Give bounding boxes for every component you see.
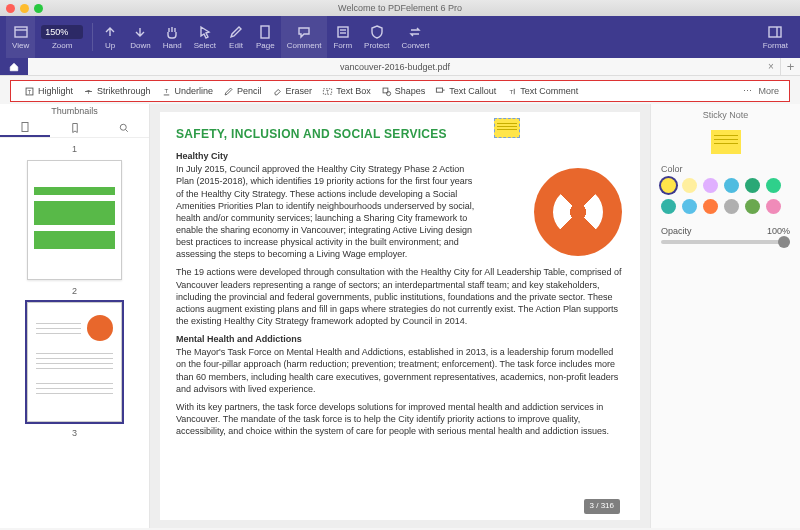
- form-icon: [335, 24, 351, 40]
- cursor-icon: [197, 24, 213, 40]
- panel-title: Sticky Note: [661, 110, 790, 120]
- color-swatch[interactable]: [745, 178, 760, 193]
- color-swatch[interactable]: [724, 178, 739, 193]
- underline-tool[interactable]: TUnderline: [158, 86, 217, 97]
- doc-heading: SAFETY, INCLUSION AND SOCIAL SERVICES: [176, 126, 624, 142]
- comment-icon: [296, 24, 312, 40]
- color-swatch[interactable]: [703, 199, 718, 214]
- convert-button[interactable]: Convert: [395, 16, 435, 58]
- minimize-window-button[interactable]: [20, 4, 29, 13]
- svg-rect-0: [15, 27, 27, 37]
- eraser-tool[interactable]: Eraser: [269, 86, 316, 97]
- form-button[interactable]: Form: [327, 16, 358, 58]
- textbox-tool[interactable]: TText Box: [319, 86, 374, 97]
- opacity-value: 100%: [767, 226, 790, 236]
- format-panel: Sticky Note Color Opacity 100%: [650, 104, 800, 528]
- highlight-tool[interactable]: THighlight: [21, 86, 76, 97]
- pdf-page: SAFETY, INCLUSION AND SOCIAL SERVICES He…: [160, 112, 640, 520]
- window-title: Welcome to PDFelement 6 Pro: [338, 3, 462, 13]
- page-thumbnail-1[interactable]: [27, 160, 122, 280]
- sticky-note-annotation[interactable]: [494, 118, 520, 138]
- svg-line-23: [126, 129, 128, 131]
- page-icon: [257, 24, 273, 40]
- comment-sub-toolbar: THighlight TStrikethrough TUnderline Pen…: [10, 80, 790, 102]
- sticky-note-icon: [711, 130, 741, 154]
- svg-rect-6: [769, 27, 781, 37]
- home-tab[interactable]: [0, 58, 28, 75]
- hand-icon: [164, 24, 180, 40]
- thumbnails-tab[interactable]: [0, 118, 50, 137]
- thumbnails-panel: Thumbnails 1 2 3: [0, 104, 150, 528]
- color-swatch[interactable]: [661, 178, 676, 193]
- shield-icon: [369, 24, 385, 40]
- color-swatch[interactable]: [766, 199, 781, 214]
- search-tab[interactable]: [99, 118, 149, 137]
- document-view[interactable]: SAFETY, INCLUSION AND SOCIAL SERVICES He…: [150, 104, 650, 528]
- select-button[interactable]: Select: [188, 16, 222, 58]
- opacity-slider[interactable]: [661, 240, 790, 244]
- page-thumbnail-2[interactable]: [27, 302, 122, 422]
- svg-rect-3: [338, 27, 348, 37]
- color-swatch[interactable]: [703, 178, 718, 193]
- svg-text:T: T: [28, 88, 32, 94]
- down-button[interactable]: Down: [124, 16, 156, 58]
- color-swatch[interactable]: [766, 178, 781, 193]
- bookmarks-tab[interactable]: [50, 118, 100, 137]
- hands-graphic-icon: [534, 168, 622, 256]
- zoom-select[interactable]: 150%: [41, 25, 83, 39]
- close-tab-button[interactable]: ×: [762, 58, 780, 75]
- ellipsis-icon: ⋯: [743, 86, 752, 96]
- file-tab[interactable]: vancouver-2016-budget.pdf: [28, 58, 762, 75]
- arrow-down-icon: [132, 24, 148, 40]
- color-swatch[interactable]: [745, 199, 760, 214]
- arrow-up-icon: [102, 24, 118, 40]
- svg-text:T: T: [510, 87, 514, 94]
- comment-button[interactable]: Comment: [281, 16, 328, 58]
- hand-button[interactable]: Hand: [157, 16, 188, 58]
- svg-text:T: T: [164, 86, 168, 93]
- svg-point-22: [120, 124, 126, 130]
- window-titlebar: Welcome to PDFelement 6 Pro: [0, 0, 800, 16]
- doc-paragraph: The Mayor's Task Force on Mental Health …: [176, 346, 624, 395]
- close-window-button[interactable]: [6, 4, 15, 13]
- convert-icon: [407, 24, 423, 40]
- color-swatch[interactable]: [682, 178, 697, 193]
- doc-paragraph: With its key partners, the task force de…: [176, 401, 624, 437]
- up-button[interactable]: Up: [96, 16, 124, 58]
- view-button[interactable]: View: [6, 16, 35, 58]
- protect-button[interactable]: Protect: [358, 16, 395, 58]
- doc-paragraph: In July 2015, Council approved the Healt…: [176, 163, 476, 260]
- svg-point-17: [386, 91, 390, 95]
- doc-paragraph: The 19 actions were developed through co…: [176, 266, 624, 327]
- view-icon: [13, 24, 29, 40]
- svg-rect-21: [22, 122, 28, 131]
- main-toolbar: View 150% Zoom Up Down Hand Select Edit …: [0, 16, 800, 58]
- text-comment-tool[interactable]: TText Comment: [503, 86, 581, 97]
- traffic-lights: [6, 4, 43, 13]
- maximize-window-button[interactable]: [34, 4, 43, 13]
- zoom-control[interactable]: 150% Zoom: [35, 25, 89, 50]
- text-callout-tool[interactable]: Text Callout: [432, 86, 499, 97]
- more-tools[interactable]: ⋯More: [743, 86, 779, 96]
- pencil-tool[interactable]: Pencil: [220, 86, 265, 97]
- opacity-label: Opacity: [661, 226, 692, 236]
- new-tab-button[interactable]: +: [780, 58, 800, 75]
- shapes-tool[interactable]: Shapes: [378, 86, 429, 97]
- panel-icon: [767, 24, 783, 40]
- svg-rect-18: [437, 88, 443, 92]
- strikethrough-tool[interactable]: TStrikethrough: [80, 86, 154, 97]
- page-indicator: 3 / 316: [584, 499, 620, 514]
- doc-subheading: Healthy City: [176, 150, 624, 162]
- page-button[interactable]: Page: [250, 16, 281, 58]
- svg-rect-2: [261, 26, 269, 38]
- format-button[interactable]: Format: [757, 16, 794, 58]
- svg-text:T: T: [326, 89, 329, 94]
- document-tabbar: vancouver-2016-budget.pdf × +: [0, 58, 800, 76]
- color-swatch[interactable]: [682, 199, 697, 214]
- color-swatch[interactable]: [661, 199, 676, 214]
- edit-button[interactable]: Edit: [222, 16, 250, 58]
- color-swatch[interactable]: [724, 199, 739, 214]
- color-label: Color: [661, 164, 790, 174]
- color-swatches: [661, 178, 790, 214]
- thumbnails-title: Thumbnails: [0, 104, 149, 118]
